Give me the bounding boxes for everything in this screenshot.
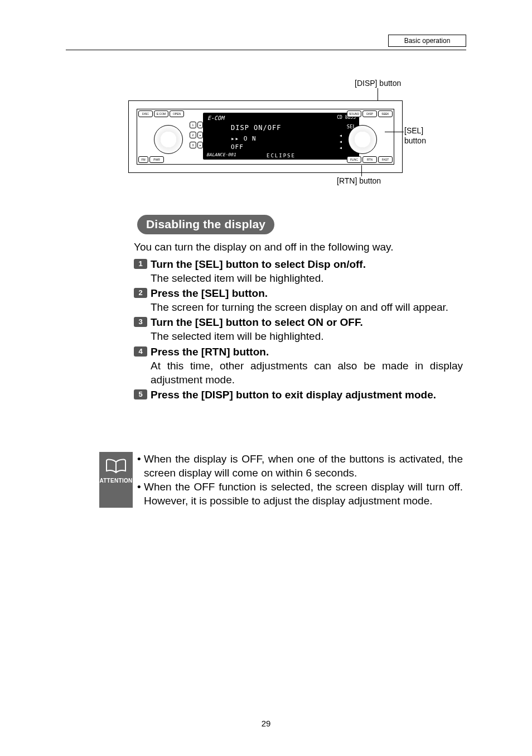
func-button[interactable]: FUNC <box>347 156 361 163</box>
sel-label-1: [SEL] <box>404 126 423 135</box>
preset-2[interactable]: 2 <box>190 132 196 138</box>
lcd-screen: E-COM CD 8053 DISP ON/OFF ▸▸ O N OFF BAL… <box>203 113 359 160</box>
preset-1[interactable]: 1 <box>190 122 196 128</box>
radio-figure: E-COM CD 8053 DISP ON/OFF ▸▸ O N OFF BAL… <box>128 100 403 173</box>
header-rule <box>66 50 466 50</box>
lcd-eclipse: ECLIPSE <box>203 153 359 158</box>
lcd-line3: OFF <box>231 143 244 151</box>
sel-label-2: button <box>404 136 426 145</box>
attention-bullet: When the display is OFF, when one of the… <box>137 452 463 480</box>
step-number-icon: 3 <box>134 317 147 327</box>
rtn-label: [RTN] button <box>337 176 381 185</box>
content-block: You can turn the display on and off in t… <box>134 240 463 403</box>
breadcrumb-text: Basic operation <box>388 35 466 47</box>
step-number-icon: 2 <box>134 288 147 298</box>
step-title: Turn the [SEL] button to select ON or OF… <box>151 315 463 329</box>
attention-sidebar: ATTENTION <box>99 452 133 508</box>
step-1: 1 Turn the [SEL] button to select Disp o… <box>134 257 463 285</box>
lcd-arrows: ◂◂◂ <box>339 132 342 151</box>
play-2[interactable]: ▸ <box>197 132 203 138</box>
step-title: Press the [DISP] button to exit display … <box>151 388 463 402</box>
fast-button[interactable]: FAST <box>378 156 393 163</box>
step-number-icon: 4 <box>134 346 147 357</box>
step-desc: At this time, other adjustments can also… <box>151 359 463 387</box>
lcd-brand: E-COM <box>207 115 224 121</box>
preset-3[interactable]: 3 <box>190 142 196 148</box>
step-3: 3 Turn the [SEL] button to select ON or … <box>134 315 463 343</box>
step-desc: The selected item will be highlighted. <box>151 329 463 343</box>
seek-button[interactable]: SEEK <box>378 110 393 117</box>
step-5: 5 Press the [DISP] button to exit displa… <box>134 388 463 402</box>
step-number-icon: 5 <box>134 389 147 399</box>
step-title: Press the [SEL] button. <box>151 286 463 300</box>
disc-button[interactable]: DISC <box>138 110 153 117</box>
play-3[interactable]: ▸ <box>197 142 203 148</box>
breadcrumb: Basic operation <box>388 35 466 47</box>
radio-panel: E-COM CD 8053 DISP ON/OFF ▸▸ O N OFF BAL… <box>137 109 394 165</box>
fm-am-button[interactable]: FM <box>138 156 148 163</box>
section-title: Disabling the display <box>137 215 274 234</box>
intro-text: You can turn the display on and off in t… <box>134 240 463 254</box>
lcd-line2: ▸▸ O N <box>231 135 257 142</box>
page-number: 29 <box>0 719 532 728</box>
step-number-icon: 1 <box>134 259 147 269</box>
sel-knob[interactable] <box>348 125 377 154</box>
step-title: Turn the [SEL] button to select Disp on/… <box>151 257 463 271</box>
pwr-button[interactable]: PWR <box>149 156 164 163</box>
disp-label: [DISP] button <box>355 79 401 88</box>
attention-bullet: When the OFF function is selected, the s… <box>137 480 463 508</box>
book-icon <box>105 458 127 475</box>
attention-box: ATTENTION When the display is OFF, when … <box>99 452 463 508</box>
volume-knob[interactable] <box>154 125 183 154</box>
lcd-line1: DISP ON/OFF <box>231 124 281 132</box>
sound-button[interactable]: SOUND <box>347 110 361 117</box>
disp-button[interactable]: DISP <box>362 110 377 117</box>
step-2: 2 Press the [SEL] button. The screen for… <box>134 286 463 314</box>
step-desc: The selected item will be highlighted. <box>151 271 463 285</box>
leader-line <box>378 88 378 100</box>
play-1[interactable]: ▸ <box>197 122 203 128</box>
open-button[interactable]: OPEN <box>170 110 184 117</box>
step-4: 4 Press the [RTN] button. At this time, … <box>134 345 463 387</box>
rtn-button[interactable]: RTN <box>362 156 377 163</box>
attention-label: ATTENTION <box>99 478 133 484</box>
step-desc: The screen for turning the screen displa… <box>151 300 463 314</box>
attention-body: When the display is OFF, when one of the… <box>133 452 463 508</box>
ecom-button[interactable]: E·COM <box>154 110 168 117</box>
step-title: Press the [RTN] button. <box>151 345 463 359</box>
